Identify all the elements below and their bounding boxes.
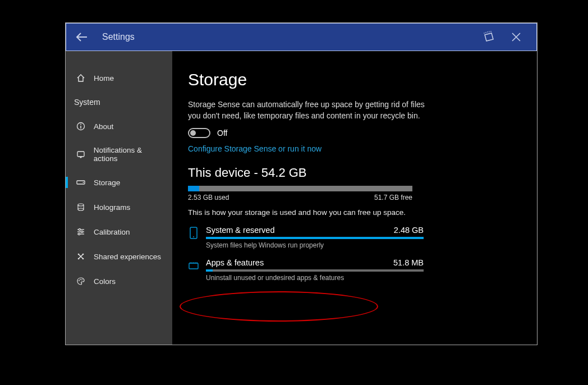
sidebar-section-label: System xyxy=(74,98,100,107)
category-title: Apps & features xyxy=(206,258,264,267)
svg-rect-25 xyxy=(189,263,198,269)
main-panel: Storage Storage Sense can automatically … xyxy=(172,51,537,345)
category-bar-fill xyxy=(206,269,213,272)
svg-point-22 xyxy=(81,279,82,281)
holograms-icon xyxy=(76,202,86,212)
apps-icon xyxy=(188,258,199,273)
storage-category-apps[interactable]: Apps & features 51.8 MB Uninstall unused… xyxy=(188,258,424,282)
shared-icon xyxy=(76,251,86,262)
category-title: System & reserved xyxy=(206,226,275,235)
category-subtitle: System files help Windows run properly xyxy=(206,241,424,249)
fullscreen-button[interactable] xyxy=(477,25,502,49)
category-size: 2.48 GB xyxy=(394,226,424,235)
sidebar-item-colors[interactable]: Colors xyxy=(66,269,172,294)
back-button[interactable] xyxy=(74,29,90,45)
storage-category-system[interactable]: System & reserved 2.48 GB System files h… xyxy=(188,226,424,249)
sidebar-item-calibration[interactable]: Calibration xyxy=(66,219,172,244)
sidebar-section-system: System xyxy=(66,90,172,114)
sidebar-item-home[interactable]: Home xyxy=(66,66,172,90)
palette-icon xyxy=(76,276,86,286)
sidebar-item-label: Storage xyxy=(94,178,120,187)
category-bar-fill xyxy=(206,237,424,239)
svg-point-13 xyxy=(81,231,82,232)
sidebar-item-label: Notifications & actions xyxy=(94,146,167,163)
sidebar-item-label: About xyxy=(94,122,113,131)
sidebar-item-label: Home xyxy=(94,74,114,82)
notifications-icon xyxy=(76,149,86,159)
content-area: Home System About Notifications & action… xyxy=(66,51,537,345)
storage-sense-toggle-row: Off xyxy=(188,128,519,138)
device-free-label: 51.7 GB free xyxy=(374,194,412,201)
storage-icon xyxy=(76,177,86,187)
svg-point-11 xyxy=(79,228,80,230)
configure-storage-sense-link[interactable]: Configure Storage Sense or run it now xyxy=(188,144,321,153)
page-title: Storage xyxy=(188,70,519,89)
screen-icon xyxy=(484,33,495,42)
titlebar: Settings xyxy=(66,23,537,51)
sidebar-item-label: Holograms xyxy=(94,203,130,212)
settings-window: Settings Home System xyxy=(65,22,538,345)
sidebar-item-shared-experiences[interactable]: Shared experiences xyxy=(66,244,172,269)
svg-point-17 xyxy=(82,254,84,255)
window-title: Settings xyxy=(102,32,135,42)
category-size: 51.8 MB xyxy=(393,258,424,267)
device-icon xyxy=(188,226,199,240)
home-icon xyxy=(76,73,86,83)
svg-point-2 xyxy=(80,124,81,125)
svg-rect-3 xyxy=(77,152,84,157)
svg-point-21 xyxy=(80,279,81,280)
svg-point-24 xyxy=(193,236,194,237)
svg-point-5 xyxy=(83,182,84,183)
category-bar xyxy=(206,269,424,272)
close-icon xyxy=(511,32,521,42)
sidebar-item-label: Colors xyxy=(94,277,116,286)
sidebar: Home System About Notifications & action… xyxy=(66,51,172,345)
close-button[interactable] xyxy=(504,25,529,49)
storage-sense-toggle[interactable] xyxy=(188,128,210,138)
calibration-icon xyxy=(76,227,86,237)
svg-point-15 xyxy=(78,233,80,235)
sidebar-item-label: Shared experiences xyxy=(94,253,161,261)
svg-point-20 xyxy=(79,280,80,281)
category-subtitle: Uninstall unused or undesired apps & fea… xyxy=(206,274,424,282)
sidebar-item-notifications[interactable]: Notifications & actions xyxy=(66,139,172,170)
storage-sense-toggle-label: Off xyxy=(217,129,227,138)
sidebar-item-holograms[interactable]: Holograms xyxy=(66,195,172,219)
svg-point-19 xyxy=(82,258,84,260)
sidebar-item-storage[interactable]: Storage xyxy=(66,170,172,195)
storage-sense-description: Storage Sense can automatically free up … xyxy=(188,99,429,121)
device-used-label: 2.53 GB used xyxy=(188,194,229,201)
device-usage-bar-fill xyxy=(188,186,199,191)
device-heading: This device - 54.2 GB xyxy=(188,166,519,180)
svg-point-7 xyxy=(78,208,84,210)
arrow-left-icon xyxy=(76,32,88,42)
toggle-knob xyxy=(190,130,196,136)
sidebar-item-label: Calibration xyxy=(94,228,130,236)
svg-point-6 xyxy=(78,204,84,206)
device-usage-bar xyxy=(188,186,412,191)
svg-point-16 xyxy=(78,254,80,255)
storage-hint: This is how your storage is used and how… xyxy=(188,208,519,217)
device-usage-labels: 2.53 GB used 51.7 GB free xyxy=(188,194,412,201)
info-icon xyxy=(76,121,86,131)
category-bar xyxy=(206,237,424,239)
sidebar-item-about[interactable]: About xyxy=(66,114,172,139)
svg-point-18 xyxy=(78,258,80,260)
